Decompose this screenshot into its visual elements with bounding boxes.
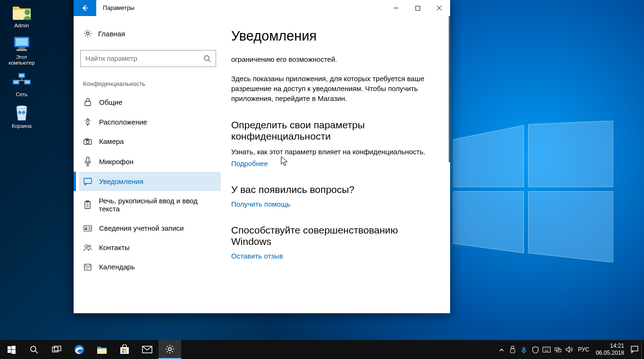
content-text: ограничению его возможностей. — [231, 54, 431, 64]
tray-bluetooth-icon[interactable] — [519, 340, 530, 359]
account-card-icon — [83, 225, 92, 232]
svg-rect-21 — [84, 178, 92, 184]
search-box[interactable] — [80, 50, 216, 67]
clock-time: 14:21 — [596, 342, 624, 350]
svg-rect-10 — [19, 74, 24, 77]
sidebar-item-label: Сведения учетной записи — [99, 224, 184, 232]
svg-point-43 — [168, 348, 171, 351]
svg-point-11 — [17, 106, 27, 109]
svg-rect-35 — [54, 346, 61, 351]
location-icon — [83, 117, 92, 126]
svg-rect-4 — [17, 49, 27, 51]
desktop-icon-label: Корзина — [12, 123, 32, 129]
sidebar-item-calendar[interactable]: Календарь — [79, 257, 221, 276]
svg-point-13 — [86, 32, 89, 35]
scrollbar[interactable] — [449, 16, 450, 162]
section-heading: Способствуйте совершенствованию Windows — [231, 225, 431, 247]
sidebar-home[interactable]: Главная — [79, 25, 227, 42]
gear-icon — [83, 29, 92, 38]
svg-rect-49 — [631, 346, 638, 351]
sidebar-home-label: Главная — [98, 30, 125, 38]
close-button[interactable] — [428, 0, 450, 16]
tray-language[interactable]: РУС — [575, 340, 592, 359]
content-text: Здесь показаны приложения, для которых т… — [231, 74, 431, 103]
svg-rect-40 — [122, 351, 124, 353]
svg-rect-38 — [122, 349, 124, 351]
section-subtext: Узнать, как этот параметр влияет на конф… — [231, 147, 431, 157]
notification-icon — [83, 178, 92, 185]
microphone-icon — [83, 157, 92, 166]
learn-more-link[interactable]: Подробнее — [231, 159, 268, 167]
contacts-icon — [83, 244, 92, 251]
sidebar-item-account-info[interactable]: Сведения учетной записи — [79, 218, 221, 238]
sidebar-item-location[interactable]: Расположение — [79, 112, 221, 132]
tray-defender-icon[interactable] — [530, 340, 541, 359]
svg-point-25 — [85, 226, 87, 228]
svg-rect-32 — [11, 350, 16, 354]
desktop-icon-admin[interactable]: Admin — [3, 3, 41, 29]
desktop-icon-label: Сеть — [16, 92, 27, 98]
svg-rect-15 — [85, 101, 91, 106]
back-button[interactable] — [74, 0, 96, 16]
taskbar-app-settings[interactable] — [159, 340, 181, 359]
sidebar-item-camera[interactable]: Камера — [79, 132, 221, 151]
taskbar-app-mail[interactable] — [136, 340, 159, 359]
user-folder-icon — [11, 3, 32, 22]
tray-network-icon[interactable] — [552, 340, 564, 359]
clock-date: 06.05.2018 — [596, 350, 624, 357]
task-view-button[interactable] — [45, 340, 68, 359]
desktop-icon-label: Этот компьютер — [3, 54, 41, 66]
calendar-icon — [83, 263, 92, 271]
tray-keyboard-icon[interactable] — [541, 340, 552, 359]
taskbar-app-edge[interactable] — [68, 340, 91, 359]
svg-rect-46 — [543, 347, 551, 352]
tray-volume-icon[interactable] — [564, 340, 575, 359]
windows-logo-decor — [453, 121, 613, 262]
sidebar-item-general[interactable]: Общие — [79, 92, 221, 112]
search-input[interactable] — [85, 55, 203, 62]
sidebar-item-microphone[interactable]: Микрофон — [79, 151, 221, 172]
svg-point-0 — [25, 9, 30, 15]
feedback-link[interactable]: Оставить отзыв — [231, 252, 283, 260]
show-desktop-button[interactable] — [641, 340, 644, 359]
recycle-bin-icon — [11, 103, 32, 122]
svg-rect-39 — [125, 349, 126, 351]
sidebar-item-speech[interactable]: Речь, рукописный ввод и ввод текста — [79, 191, 221, 218]
sidebar-item-contacts[interactable]: Контакты — [79, 238, 221, 257]
svg-rect-30 — [11, 346, 16, 350]
tray-chevron-up-icon[interactable] — [496, 340, 507, 359]
clipboard-icon — [83, 200, 92, 209]
maximize-button[interactable] — [407, 0, 428, 16]
sidebar: Главная Конфиденциальность Общие Располо… — [74, 16, 227, 313]
start-button[interactable] — [0, 340, 23, 359]
desktop-icon-this-pc[interactable]: Этот компьютер — [3, 34, 41, 66]
tray-action-center-icon[interactable] — [628, 340, 641, 359]
window-title: Параметры — [96, 5, 385, 11]
desktop-icon-network[interactable]: Сеть — [3, 72, 41, 98]
get-help-link[interactable]: Получить помощь — [231, 200, 290, 208]
svg-point-18 — [86, 141, 89, 143]
taskbar-app-explorer[interactable] — [91, 340, 113, 359]
sidebar-item-notifications[interactable]: Уведомления — [79, 172, 221, 191]
titlebar: Параметры — [74, 0, 450, 16]
svg-rect-3 — [18, 47, 25, 49]
sidebar-item-label: Контакты — [99, 243, 130, 251]
svg-rect-45 — [510, 349, 515, 353]
minimize-button[interactable] — [385, 0, 407, 16]
tray-clock[interactable]: 14:21 06.05.2018 — [592, 342, 628, 357]
page-heading: Уведомления — [231, 28, 431, 44]
svg-rect-20 — [86, 157, 89, 162]
desktop-icon-recycle-bin[interactable]: Корзина — [3, 103, 41, 129]
svg-rect-2 — [16, 38, 28, 46]
tray-usb-icon[interactable] — [507, 340, 519, 359]
taskbar-app-store[interactable] — [113, 340, 136, 359]
sidebar-item-label: Общие — [99, 98, 122, 106]
section-heading: У вас появились вопросы? — [231, 184, 431, 195]
sidebar-item-label: Календарь — [99, 263, 135, 271]
svg-rect-12 — [416, 6, 420, 10]
desktop-icons: Admin Этот компьютер Сеть Корзина — [3, 3, 41, 134]
sidebar-item-label: Камера — [99, 137, 124, 145]
desktop-icon-label: Admin — [14, 23, 29, 29]
section-heading: Определить свои параметры конфиденциальн… — [231, 119, 431, 142]
search-button[interactable] — [23, 340, 45, 359]
